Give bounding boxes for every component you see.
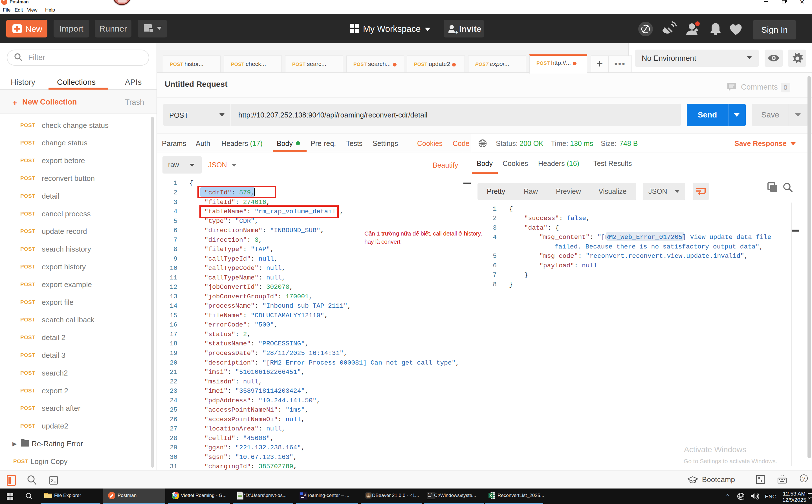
svg-text:C:\: C:\ <box>428 493 432 496</box>
svg-text:X: X <box>489 493 492 498</box>
svg-text:U: U <box>304 493 306 496</box>
